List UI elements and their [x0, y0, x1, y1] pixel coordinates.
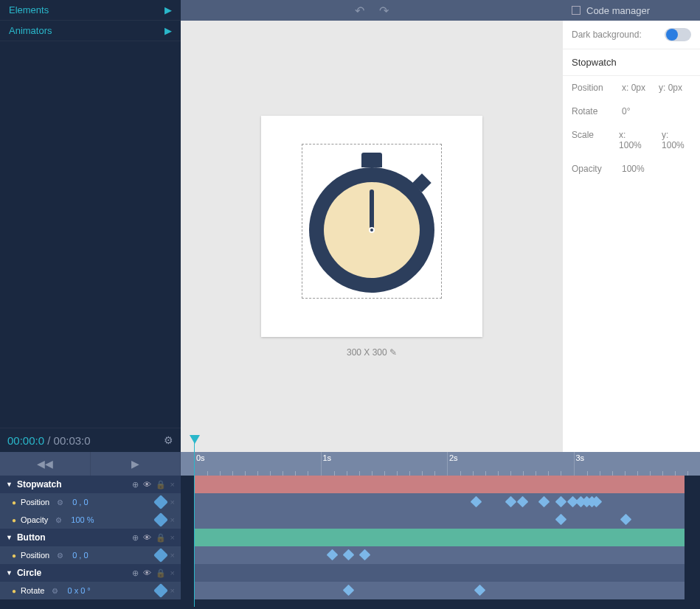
pencil-icon[interactable]: ✎ [389, 347, 397, 358]
close-icon[interactable]: × [170, 480, 175, 489]
track-value[interactable]: 0 , 0 [72, 551, 88, 560]
prop-opacity: Opacity 100% [563, 157, 700, 181]
time-header: 00:00:0 / 00:03:0 ⚙ [0, 428, 181, 452]
lane-bar[interactable] [194, 476, 685, 493]
bulb-icon[interactable]: ● [12, 587, 16, 595]
track-group[interactable]: ▼ Button⊕👁🔒× [0, 529, 181, 546]
track-prop-name: Opacity [21, 515, 48, 524]
add-keyframe-button[interactable] [153, 512, 168, 527]
sidebar-elements[interactable]: Elements ▶ [0, 0, 181, 21]
add-keyframe-button[interactable] [153, 548, 168, 563]
track-group[interactable]: ▼ Stopwatch⊕👁🔒× [0, 476, 181, 493]
add-keyframe-button[interactable] [153, 495, 168, 509]
close-icon[interactable]: × [170, 498, 175, 507]
toggle-knob [666, 29, 678, 41]
lane-bar[interactable] [194, 546, 685, 564]
code-manager-row[interactable]: Code manager [563, 0, 700, 21]
track-name: Circle [17, 568, 41, 578]
lane-bar[interactable] [194, 511, 685, 529]
track-value[interactable]: 0 x 0 ° [67, 586, 90, 595]
close-icon[interactable]: × [170, 533, 175, 542]
lock-icon[interactable]: 🔒 [156, 568, 166, 578]
artboard[interactable] [261, 116, 482, 337]
left-sidebar: Elements ▶ Animators ▶ [0, 0, 181, 428]
lane-bar[interactable] [194, 529, 685, 546]
track-name: Button [17, 532, 46, 543]
timeline-lane[interactable] [181, 529, 700, 546]
caret-down-icon: ▼ [6, 534, 13, 541]
timeline-lane[interactable] [181, 493, 700, 511]
timeline-lanes [181, 476, 700, 609]
gear-icon[interactable]: ⚙ [164, 434, 173, 446]
lane-bar[interactable] [194, 582, 685, 599]
playhead[interactable] [190, 435, 200, 444]
redo-button[interactable]: ↷ [379, 4, 389, 18]
ruler-mark: 1s [321, 452, 448, 476]
undo-button[interactable]: ↶ [355, 4, 364, 18]
playhead-area[interactable] [181, 435, 700, 452]
link-icon[interactable]: ⚙ [57, 498, 63, 507]
target-icon[interactable]: ⊕ [132, 533, 139, 543]
lock-icon[interactable]: 🔒 [156, 533, 166, 543]
track-property[interactable]: ● Opacity ⚙ 100 %× [0, 511, 181, 529]
selected-object-name: Stopwatch [563, 49, 700, 76]
track-property[interactable]: ● Position ⚙ 0 , 0× [0, 493, 181, 511]
timeline-lane[interactable] [181, 582, 700, 599]
track-group[interactable]: ▼ Circle⊕👁🔒× [0, 564, 181, 582]
chevron-right-icon: ▶ [164, 4, 172, 15]
close-icon[interactable]: × [170, 551, 175, 560]
eye-icon[interactable]: 👁 [143, 533, 151, 542]
track-property[interactable]: ● Position ⚙ 0 , 0× [0, 546, 181, 564]
stopwatch-element[interactable] [309, 153, 434, 300]
code-manager-checkbox[interactable] [572, 6, 581, 15]
lane-bar[interactable] [194, 493, 685, 511]
link-icon[interactable]: ⚙ [52, 587, 58, 595]
timeline-lane[interactable] [181, 564, 700, 582]
eye-icon[interactable]: 👁 [143, 568, 151, 577]
eye-icon[interactable]: 👁 [143, 480, 151, 489]
time-total: 00:03:0 [54, 434, 91, 447]
track-prop-name: Position [21, 498, 49, 507]
close-icon[interactable]: × [170, 515, 175, 524]
sidebar-animators[interactable]: Animators ▶ [0, 21, 181, 41]
track-property[interactable]: ● Rotate ⚙ 0 x 0 °× [0, 582, 181, 599]
tracks-panel: ▼ Stopwatch⊕👁🔒×● Position ⚙ 0 , 0×● Opac… [0, 476, 181, 609]
track-value[interactable]: 0 , 0 [72, 498, 88, 507]
timeline-lane[interactable] [181, 511, 700, 529]
ruler-label: 3s [576, 453, 585, 462]
time-display: 00:00:0 / 00:03:0 [7, 434, 91, 447]
caret-down-icon: ▼ [6, 481, 13, 488]
ruler-label: 1s [323, 453, 332, 462]
chevron-right-icon: ▶ [164, 25, 172, 36]
dark-background-label: Dark background: [572, 29, 642, 40]
bulb-icon[interactable]: ● [12, 498, 16, 507]
link-icon[interactable]: ⚙ [55, 516, 62, 524]
caret-down-icon: ▼ [6, 569, 13, 577]
bulb-icon[interactable]: ● [12, 551, 16, 560]
canvas-viewport[interactable]: 300 X 300 ✎ [181, 21, 563, 452]
track-prop-name: Rotate [21, 586, 44, 595]
close-icon[interactable]: × [170, 586, 175, 595]
right-panel: Code manager Dark background: Stopwatch … [563, 0, 700, 452]
track-value[interactable]: 100 % [71, 515, 94, 524]
add-keyframe-button[interactable] [153, 583, 168, 598]
rewind-button[interactable]: ◀◀ [0, 452, 91, 476]
target-icon[interactable]: ⊕ [132, 568, 139, 578]
play-button[interactable]: ▶ [91, 452, 181, 476]
dark-background-toggle[interactable] [665, 28, 691, 41]
lock-icon[interactable]: 🔒 [156, 480, 166, 490]
ruler-mark: 0s [194, 452, 321, 476]
timeline-lane[interactable] [181, 476, 700, 493]
time-current: 00:00:0 [7, 434, 44, 447]
lane-bar[interactable] [194, 564, 685, 582]
timeline-ruler[interactable]: 0s1s2s3s [181, 452, 700, 476]
link-icon[interactable]: ⚙ [57, 551, 63, 560]
target-icon[interactable]: ⊕ [132, 480, 139, 490]
bulb-icon[interactable]: ● [12, 516, 16, 524]
timeline-lane[interactable] [181, 546, 700, 564]
canvas-dimensions[interactable]: 300 X 300 ✎ [347, 347, 397, 358]
play-controls: ◀◀ ▶ [0, 452, 181, 476]
close-icon[interactable]: × [170, 568, 175, 577]
playhead-line [194, 442, 195, 607]
code-manager-label: Code manager [586, 5, 650, 16]
